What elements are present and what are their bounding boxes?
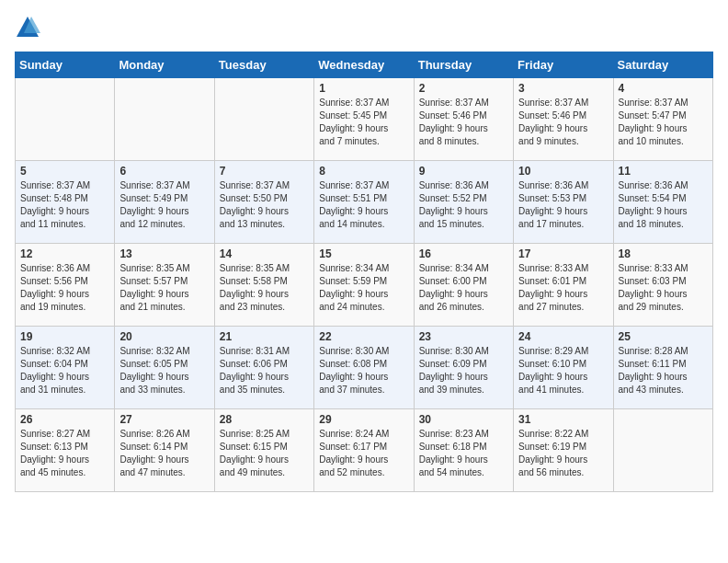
calendar-cell: 17Sunrise: 8:33 AM Sunset: 6:01 PM Dayli…	[514, 244, 613, 327]
calendar-cell: 9Sunrise: 8:36 AM Sunset: 5:52 PM Daylig…	[414, 161, 513, 244]
day-info: Sunrise: 8:32 AM Sunset: 6:04 PM Dayligh…	[20, 345, 109, 396]
calendar-cell: 4Sunrise: 8:37 AM Sunset: 5:47 PM Daylig…	[613, 78, 712, 161]
day-number: 16	[419, 247, 508, 260]
day-number: 17	[518, 247, 608, 260]
day-info: Sunrise: 8:27 AM Sunset: 6:13 PM Dayligh…	[20, 428, 109, 479]
day-info: Sunrise: 8:34 AM Sunset: 5:59 PM Dayligh…	[319, 262, 408, 314]
page-header	[15, 15, 713, 40]
day-number: 30	[419, 413, 508, 426]
day-info: Sunrise: 8:29 AM Sunset: 6:10 PM Dayligh…	[518, 345, 608, 396]
weekday-header: Monday	[115, 52, 214, 78]
calendar-cell: 30Sunrise: 8:23 AM Sunset: 6:18 PM Dayli…	[414, 409, 513, 492]
day-number: 29	[319, 413, 408, 426]
day-info: Sunrise: 8:35 AM Sunset: 5:57 PM Dayligh…	[119, 262, 209, 314]
calendar-week-row: 5Sunrise: 8:37 AM Sunset: 5:48 PM Daylig…	[16, 161, 713, 244]
calendar-cell: 6Sunrise: 8:37 AM Sunset: 5:49 PM Daylig…	[115, 161, 214, 244]
calendar-week-row: 19Sunrise: 8:32 AM Sunset: 6:04 PM Dayli…	[16, 327, 713, 409]
day-info: Sunrise: 8:37 AM Sunset: 5:48 PM Dayligh…	[20, 179, 109, 231]
calendar-cell: 31Sunrise: 8:22 AM Sunset: 6:19 PM Dayli…	[514, 409, 613, 492]
day-number: 2	[419, 82, 508, 95]
calendar-cell: 26Sunrise: 8:27 AM Sunset: 6:13 PM Dayli…	[16, 409, 115, 492]
day-info: Sunrise: 8:30 AM Sunset: 6:09 PM Dayligh…	[419, 345, 508, 396]
calendar-cell: 14Sunrise: 8:35 AM Sunset: 5:58 PM Dayli…	[214, 244, 313, 327]
day-number: 28	[220, 413, 309, 426]
day-info: Sunrise: 8:33 AM Sunset: 6:01 PM Dayligh…	[518, 262, 608, 314]
calendar-cell: 24Sunrise: 8:29 AM Sunset: 6:10 PM Dayli…	[514, 327, 613, 409]
day-number: 22	[319, 330, 408, 343]
day-number: 6	[119, 165, 209, 178]
day-number: 14	[220, 247, 309, 260]
day-number: 9	[419, 165, 508, 178]
day-info: Sunrise: 8:36 AM Sunset: 5:53 PM Dayligh…	[518, 179, 608, 231]
calendar-week-row: 26Sunrise: 8:27 AM Sunset: 6:13 PM Dayli…	[16, 409, 713, 492]
day-info: Sunrise: 8:23 AM Sunset: 6:18 PM Dayligh…	[419, 428, 508, 479]
calendar-cell: 7Sunrise: 8:37 AM Sunset: 5:50 PM Daylig…	[214, 161, 313, 244]
calendar-cell: 8Sunrise: 8:37 AM Sunset: 5:51 PM Daylig…	[314, 161, 414, 244]
day-number: 5	[20, 165, 109, 178]
day-info: Sunrise: 8:37 AM Sunset: 5:49 PM Dayligh…	[119, 179, 209, 231]
day-info: Sunrise: 8:26 AM Sunset: 6:14 PM Dayligh…	[119, 428, 209, 479]
day-number: 26	[20, 413, 109, 426]
calendar-week-row: 12Sunrise: 8:36 AM Sunset: 5:56 PM Dayli…	[16, 244, 713, 327]
calendar-cell: 13Sunrise: 8:35 AM Sunset: 5:57 PM Dayli…	[115, 244, 214, 327]
calendar-week-row: 1Sunrise: 8:37 AM Sunset: 5:45 PM Daylig…	[16, 78, 713, 161]
weekday-header: Wednesday	[314, 52, 414, 78]
weekday-header: Tuesday	[214, 52, 313, 78]
day-number: 7	[220, 165, 309, 178]
day-info: Sunrise: 8:22 AM Sunset: 6:19 PM Dayligh…	[518, 428, 608, 479]
weekday-header: Friday	[514, 52, 613, 78]
day-info: Sunrise: 8:28 AM Sunset: 6:11 PM Dayligh…	[619, 345, 708, 396]
calendar-cell: 2Sunrise: 8:37 AM Sunset: 5:46 PM Daylig…	[414, 78, 513, 161]
calendar-cell	[115, 78, 214, 161]
day-info: Sunrise: 8:37 AM Sunset: 5:46 PM Dayligh…	[518, 97, 608, 148]
logo	[15, 15, 44, 40]
calendar-cell: 5Sunrise: 8:37 AM Sunset: 5:48 PM Daylig…	[16, 161, 115, 244]
calendar-cell: 12Sunrise: 8:36 AM Sunset: 5:56 PM Dayli…	[16, 244, 115, 327]
day-number: 20	[119, 330, 209, 343]
calendar-table: SundayMondayTuesdayWednesdayThursdayFrid…	[15, 52, 713, 492]
calendar-cell: 21Sunrise: 8:31 AM Sunset: 6:06 PM Dayli…	[214, 327, 313, 409]
day-number: 3	[518, 82, 608, 95]
day-number: 18	[619, 247, 708, 260]
calendar-body: 1Sunrise: 8:37 AM Sunset: 5:45 PM Daylig…	[16, 78, 713, 492]
day-number: 31	[518, 413, 608, 426]
calendar-cell: 20Sunrise: 8:32 AM Sunset: 6:05 PM Dayli…	[115, 327, 214, 409]
calendar-cell: 16Sunrise: 8:34 AM Sunset: 6:00 PM Dayli…	[414, 244, 513, 327]
calendar-cell	[613, 409, 712, 492]
calendar-cell: 19Sunrise: 8:32 AM Sunset: 6:04 PM Dayli…	[16, 327, 115, 409]
day-number: 1	[319, 82, 408, 95]
day-number: 21	[220, 330, 309, 343]
day-info: Sunrise: 8:33 AM Sunset: 6:03 PM Dayligh…	[619, 262, 708, 314]
day-number: 24	[518, 330, 608, 343]
calendar-cell: 22Sunrise: 8:30 AM Sunset: 6:08 PM Dayli…	[314, 327, 414, 409]
day-info: Sunrise: 8:37 AM Sunset: 5:47 PM Dayligh…	[619, 97, 708, 148]
day-info: Sunrise: 8:37 AM Sunset: 5:46 PM Dayligh…	[419, 97, 508, 148]
day-info: Sunrise: 8:36 AM Sunset: 5:56 PM Dayligh…	[20, 262, 109, 314]
day-info: Sunrise: 8:37 AM Sunset: 5:50 PM Dayligh…	[220, 179, 309, 231]
day-info: Sunrise: 8:30 AM Sunset: 6:08 PM Dayligh…	[319, 345, 408, 396]
calendar-cell: 29Sunrise: 8:24 AM Sunset: 6:17 PM Dayli…	[314, 409, 414, 492]
day-info: Sunrise: 8:24 AM Sunset: 6:17 PM Dayligh…	[319, 428, 408, 479]
calendar-cell: 1Sunrise: 8:37 AM Sunset: 5:45 PM Daylig…	[314, 78, 414, 161]
day-info: Sunrise: 8:32 AM Sunset: 6:05 PM Dayligh…	[119, 345, 209, 396]
day-number: 13	[119, 247, 209, 260]
calendar-cell: 18Sunrise: 8:33 AM Sunset: 6:03 PM Dayli…	[613, 244, 712, 327]
day-info: Sunrise: 8:25 AM Sunset: 6:15 PM Dayligh…	[220, 428, 309, 479]
weekday-header: Saturday	[613, 52, 712, 78]
day-number: 19	[20, 330, 109, 343]
day-number: 8	[319, 165, 408, 178]
calendar-cell: 23Sunrise: 8:30 AM Sunset: 6:09 PM Dayli…	[414, 327, 513, 409]
day-info: Sunrise: 8:36 AM Sunset: 5:52 PM Dayligh…	[419, 179, 508, 231]
day-info: Sunrise: 8:37 AM Sunset: 5:51 PM Dayligh…	[319, 179, 408, 231]
day-number: 27	[119, 413, 209, 426]
calendar-header: SundayMondayTuesdayWednesdayThursdayFrid…	[16, 52, 713, 78]
day-info: Sunrise: 8:37 AM Sunset: 5:45 PM Dayligh…	[319, 97, 408, 148]
calendar-cell: 3Sunrise: 8:37 AM Sunset: 5:46 PM Daylig…	[514, 78, 613, 161]
calendar-cell: 10Sunrise: 8:36 AM Sunset: 5:53 PM Dayli…	[514, 161, 613, 244]
calendar-cell: 27Sunrise: 8:26 AM Sunset: 6:14 PM Dayli…	[115, 409, 214, 492]
day-info: Sunrise: 8:36 AM Sunset: 5:54 PM Dayligh…	[619, 179, 708, 231]
day-number: 11	[619, 165, 708, 178]
day-number: 12	[20, 247, 109, 260]
day-number: 15	[319, 247, 408, 260]
calendar-cell	[214, 78, 313, 161]
